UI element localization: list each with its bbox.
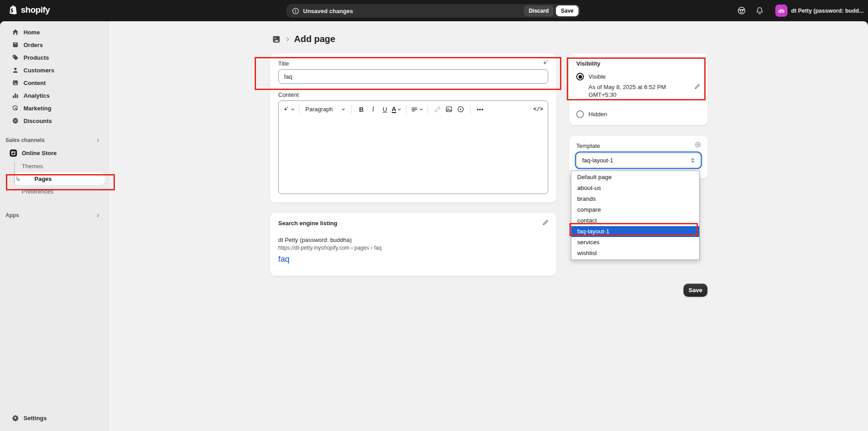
user-name: dt Petty (password: budd... [791,8,863,14]
shopify-bag-icon [8,5,18,15]
seo-url: https://dt-petty.myshopify.com › pages ›… [278,245,548,251]
sidebar-item-marketing[interactable]: Marketing [4,102,105,114]
visibility-card: Visibility Visible As of May 8, 2025 at … [569,53,708,125]
ai-sparkle-icon[interactable] [542,59,549,66]
discard-button[interactable]: Discard [524,5,554,16]
marketing-icon [12,104,19,112]
paragraph-style-dropdown[interactable]: Paragraph [304,104,347,115]
dropdown-option[interactable]: compare [571,204,699,215]
more-options-button[interactable]: ••• [475,104,486,115]
template-header: Template [576,142,701,149]
alert-circle-icon [292,7,299,15]
sidebar-item-preferences[interactable]: Preferences [4,185,105,198]
sidebar-item-themes[interactable]: Themes [4,160,105,172]
edit-pencil-icon[interactable] [542,219,549,226]
unsaved-changes-banner: Unsaved changes Discard Save [286,4,580,18]
content-label: Content [278,91,548,98]
seo-site-name: dt Petty (password: buddha) [278,237,548,243]
gear-icon [12,414,19,422]
alignment-button[interactable] [411,104,423,115]
italic-button[interactable]: I [368,104,379,115]
bell-icon[interactable] [752,4,767,18]
seo-card: Search engine listing dt Petty (password… [270,213,556,276]
user-menu[interactable]: db dt Petty (password: budd... [773,3,868,19]
dropdown-option[interactable]: about-us [571,183,699,194]
view-template-icon[interactable] [694,141,702,148]
insert-video-icon[interactable] [455,104,466,115]
dropdown-option[interactable]: services [571,237,699,248]
products-tag-icon [12,54,19,61]
chevron-right-icon [95,138,100,143]
pages-breadcrumb-icon[interactable] [271,34,281,44]
visibility-header: Visibility [576,60,701,67]
seo-page-title-link[interactable]: faq [278,255,548,264]
title-content-card: Title Content Paragraph B I U [270,53,556,203]
content-icon [12,79,19,86]
insert-image-icon[interactable] [444,104,455,115]
sidebar-item-pages[interactable]: ↳ Pages [14,172,105,185]
sales-channels-header[interactable]: Sales channels [4,134,105,146]
template-dropdown-list: Default page about-us brands compare con… [571,171,700,260]
dropdown-option[interactable]: brands [571,194,699,204]
breadcrumb: Add page [271,34,335,44]
editor-body[interactable] [279,118,548,194]
orders-icon [12,41,19,48]
title-label: Title [278,60,548,67]
text-color-button[interactable]: A [391,104,402,115]
avatar: db [775,5,787,17]
save-button-topbar[interactable]: Save [556,5,579,16]
banner-text: Unsaved changes [303,8,353,14]
dropdown-option[interactable]: Default page [571,172,699,183]
home-icon [12,28,19,36]
select-updown-icon [690,157,696,163]
sidebar-item-customers[interactable]: Customers [4,64,105,76]
shopify-logo[interactable]: shopify [8,5,50,15]
link-icon[interactable] [432,104,443,115]
analytics-icon [12,92,19,99]
visible-radio[interactable]: Visible [576,73,701,81]
template-select[interactable]: faq-layout-1 [576,153,701,168]
page-title: Add page [294,34,335,44]
apps-header[interactable]: Apps [4,209,105,221]
save-button-bottom[interactable]: Save [683,284,707,297]
dropdown-option[interactable]: wishlist [571,248,699,259]
editor-toolbar: Paragraph B I U A [279,101,548,118]
bold-button[interactable]: B [356,104,367,115]
customers-icon [12,66,19,74]
sidebar-item-content[interactable]: Content [4,76,105,89]
logo-wordmark: shopify [21,5,50,15]
tree-connector-line [14,162,15,184]
visibility-date-note: As of May 8, 2025 at 6:52 PM GMT+5:30 [588,83,679,99]
app-frame: Home Orders Products Customers Content A… [0,21,868,431]
sidebar-item-products[interactable]: Products [4,51,105,64]
sidekick-icon[interactable] [734,4,749,18]
topbar: shopify Unsaved changes Discard Save db … [0,0,868,21]
code-view-button[interactable]: </> [533,104,544,115]
sidebar-item-online-store[interactable]: Online Store [4,146,105,160]
ai-magic-button[interactable] [283,104,295,115]
underline-button[interactable]: U [379,104,390,115]
seo-header: Search engine listing [278,220,548,227]
sidebar-item-orders[interactable]: Orders [4,38,105,51]
sidebar: Home Orders Products Customers Content A… [0,21,109,431]
hidden-radio[interactable]: Hidden [576,110,701,118]
chevron-right-icon [285,37,290,42]
sidebar-item-discounts[interactable]: Discounts [4,114,105,127]
sidebar-item-settings[interactable]: Settings [4,411,105,425]
branch-arrow-icon: ↳ [15,175,21,182]
dropdown-option[interactable]: contact [571,215,699,226]
title-input[interactable] [278,69,548,84]
radio-unselected-icon [576,110,584,118]
online-store-icon [9,149,18,157]
chevron-right-icon [95,213,100,218]
sidebar-item-analytics[interactable]: Analytics [4,89,105,102]
dropdown-option-selected[interactable]: faq-layout-1 [571,226,699,237]
radio-selected-icon [576,73,584,81]
rich-text-editor[interactable]: Paragraph B I U A [278,100,548,194]
discounts-icon [12,117,19,124]
sidebar-item-home[interactable]: Home [4,26,105,38]
edit-visibility-pencil-icon[interactable] [694,83,701,90]
